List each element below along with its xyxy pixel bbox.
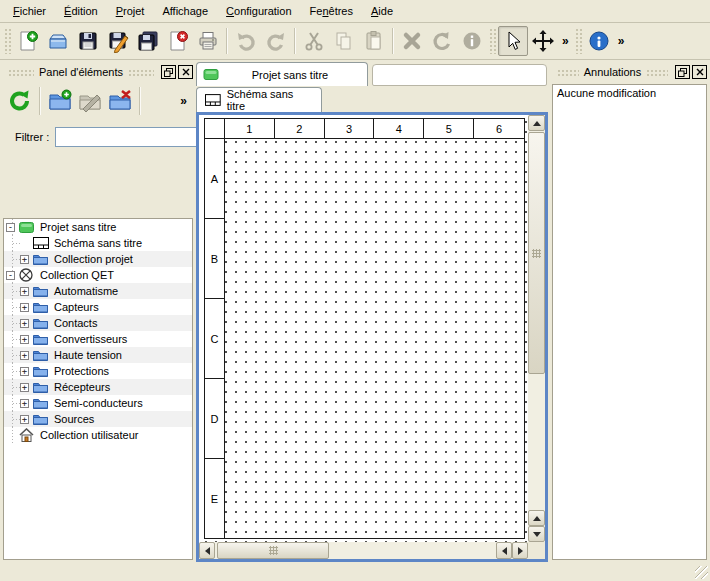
- undo-panel-titlebar[interactable]: Annulations: [550, 62, 709, 82]
- toolbar-drag-handle[interactable]: [489, 28, 496, 54]
- expander-icon[interactable]: +: [20, 383, 29, 392]
- schema-canvas[interactable]: 1 2 3 4 5 6 A B C D E: [196, 112, 548, 562]
- menu-affichage[interactable]: Affichage: [153, 2, 217, 20]
- tree-item-schema-sans-titre[interactable]: Schéma sans titre: [4, 235, 192, 251]
- scroll-left-button-2[interactable]: [496, 542, 512, 559]
- horizontal-scrollbar[interactable]: [199, 542, 528, 559]
- reload-collections-button[interactable]: [5, 86, 35, 116]
- folder-icon: [33, 349, 50, 362]
- elements-panel-titlebar[interactable]: Panel d'éléments: [1, 62, 195, 82]
- menu-configuration[interactable]: Configuration: [217, 2, 300, 20]
- resize-grip[interactable]: [695, 566, 708, 579]
- toolbar-overflow-chevron[interactable]: »: [614, 34, 629, 48]
- menu-aide[interactable]: Aide: [362, 2, 402, 20]
- expander-icon[interactable]: +: [20, 335, 29, 344]
- tree-item-collection-qet[interactable]: - Collection QET: [4, 267, 192, 283]
- element-info-button[interactable]: [457, 26, 487, 56]
- toolbar-drag-handle[interactable]: [575, 28, 582, 54]
- close-panel-button[interactable]: [178, 65, 193, 79]
- folder-icon: [33, 285, 50, 298]
- vertical-scrollbar[interactable]: [528, 115, 545, 542]
- new-file-button[interactable]: [13, 26, 43, 56]
- expander-icon[interactable]: +: [20, 287, 29, 296]
- tab-bar-filler: [372, 64, 547, 86]
- panel-overflow-chevron[interactable]: »: [176, 94, 191, 108]
- undo-button[interactable]: [231, 26, 261, 56]
- menu-edition[interactable]: Édition: [55, 2, 107, 20]
- scroll-down-button[interactable]: [528, 526, 545, 542]
- paste-button[interactable]: [359, 26, 389, 56]
- tree-item-sources[interactable]: + Sources: [4, 411, 192, 427]
- close-file-button[interactable]: [163, 26, 193, 56]
- tree-item-semi-conducteurs[interactable]: + Semi-conducteurs: [4, 395, 192, 411]
- move-tool-button[interactable]: [528, 26, 558, 56]
- save-as-button[interactable]: [103, 26, 133, 56]
- folder-edit-icon: [77, 88, 103, 114]
- cut-button[interactable]: [299, 26, 329, 56]
- close-icon: [182, 68, 190, 76]
- tree-item-collection-utilisateur[interactable]: Collection utilisateur: [4, 427, 192, 443]
- tree-item-label: Projet sans titre: [40, 221, 116, 233]
- tree-item-label: Collection projet: [54, 253, 133, 265]
- open-file-button[interactable]: [43, 26, 73, 56]
- close-panel-button[interactable]: [692, 65, 707, 79]
- toolbar-separator: [392, 28, 394, 54]
- edit-category-button[interactable]: [75, 86, 105, 116]
- delete-category-button[interactable]: [105, 86, 135, 116]
- tree-item-contacts[interactable]: + Contacts: [4, 315, 192, 331]
- menu-fichier[interactable]: Fichier: [4, 2, 55, 20]
- about-button[interactable]: [584, 26, 614, 56]
- redo-button[interactable]: [261, 26, 291, 56]
- rotate-button[interactable]: [427, 26, 457, 56]
- folder-icon: [33, 317, 50, 330]
- scroll-right-button[interactable]: [512, 542, 528, 559]
- save-all-button[interactable]: [133, 26, 163, 56]
- panel-separator: [39, 87, 41, 115]
- info-gray-icon: [460, 29, 484, 53]
- float-panel-button[interactable]: [675, 65, 690, 79]
- schema-drawing-area[interactable]: 1 2 3 4 5 6 A B C D E: [199, 115, 528, 542]
- undo-history-list[interactable]: Aucune modification: [552, 84, 707, 560]
- menu-fenetres[interactable]: Fenêtres: [301, 2, 362, 20]
- tab-projet-sans-titre[interactable]: Projet sans titre: [196, 62, 368, 86]
- select-tool-button[interactable]: [498, 26, 528, 56]
- tab-schema-sans-titre[interactable]: Schéma sans titre: [196, 87, 322, 112]
- delete-button[interactable]: [397, 26, 427, 56]
- save-button[interactable]: [73, 26, 103, 56]
- undo-list-item[interactable]: Aucune modification: [553, 85, 706, 101]
- expander-icon[interactable]: -: [6, 271, 15, 280]
- tree-item-recepteurs[interactable]: + Récepteurs: [4, 379, 192, 395]
- tree-item-haute-tension[interactable]: + Haute tension: [4, 347, 192, 363]
- expander-icon[interactable]: +: [20, 351, 29, 360]
- toolbar-overflow-chevron[interactable]: »: [558, 34, 573, 48]
- tree-item-capteurs[interactable]: + Capteurs: [4, 299, 192, 315]
- tree-item-automatisme[interactable]: + Automatisme: [4, 283, 192, 299]
- filter-input[interactable]: [55, 127, 205, 147]
- print-button[interactable]: [193, 26, 223, 56]
- scroll-up-button[interactable]: [528, 115, 545, 131]
- expander-icon[interactable]: -: [6, 223, 15, 232]
- scroll-up-button-2[interactable]: [528, 510, 545, 526]
- expander-icon[interactable]: +: [20, 415, 29, 424]
- thumb-grip: [532, 249, 541, 258]
- vertical-scroll-thumb[interactable]: [528, 132, 545, 374]
- expander-icon[interactable]: +: [20, 367, 29, 376]
- horizontal-scroll-thumb[interactable]: [217, 542, 329, 559]
- expander-icon[interactable]: +: [20, 319, 29, 328]
- tree-item-protections[interactable]: + Protections: [4, 363, 192, 379]
- new-category-button[interactable]: [45, 86, 75, 116]
- menu-projet[interactable]: Projet: [107, 2, 154, 20]
- expander-icon[interactable]: +: [20, 255, 29, 264]
- float-panel-button[interactable]: [161, 65, 176, 79]
- tree-item-convertisseurs[interactable]: + Convertisseurs: [4, 331, 192, 347]
- arrow-left-icon: [502, 547, 507, 555]
- tree-item-projet-sans-titre[interactable]: - Projet sans titre: [4, 219, 192, 235]
- scrollbar-corner: [528, 542, 545, 559]
- toolbar-drag-handle[interactable]: [4, 28, 11, 54]
- toolbar-separator: [226, 28, 228, 54]
- expander-icon[interactable]: +: [20, 399, 29, 408]
- copy-button[interactable]: [329, 26, 359, 56]
- expander-icon[interactable]: +: [20, 303, 29, 312]
- scroll-left-button[interactable]: [199, 542, 215, 559]
- tree-item-collection-projet[interactable]: + Collection projet: [4, 251, 192, 267]
